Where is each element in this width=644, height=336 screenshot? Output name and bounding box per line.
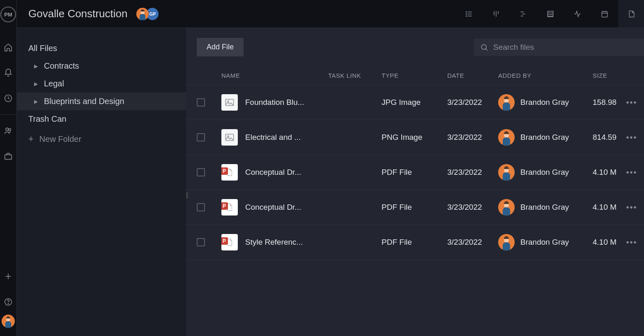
sidebar-folder-legal[interactable]: ▶ Legal (17, 75, 186, 93)
pdf-file-icon: P (221, 164, 238, 181)
bell-icon[interactable] (0, 65, 16, 81)
list-view-icon[interactable] (455, 0, 483, 28)
row-checkbox[interactable] (197, 203, 205, 211)
added-by-name: Brandon Gray (520, 168, 569, 177)
sidebar-folder-contracts[interactable]: ▶ Contracts (17, 57, 186, 75)
sidebar-all-files[interactable]: All Files (17, 39, 186, 57)
file-rows: Foundation Blu...JPG Image3/23/2022Brand… (186, 85, 644, 260)
row-more-icon[interactable]: ••• (626, 168, 638, 177)
calendar-view-icon[interactable] (591, 0, 618, 28)
divider (0, 114, 16, 115)
row-more-icon[interactable]: ••• (626, 98, 638, 107)
search-box[interactable] (474, 39, 644, 56)
file-date: 3/23/2022 (447, 98, 498, 107)
home-icon[interactable] (0, 39, 16, 55)
file-sidebar: All Files ▶ Contracts ▶ Legal ▶ Blueprin… (17, 28, 186, 336)
svg-point-15 (481, 44, 486, 49)
user-avatar-icon (498, 234, 515, 250)
file-name: Conceptual Dr... (245, 203, 301, 212)
file-type: JPG Image (382, 98, 447, 107)
added-by-name: Brandon Gray (520, 238, 569, 247)
file-size: 158.98 (593, 98, 626, 107)
add-file-button[interactable]: Add File (197, 38, 244, 56)
col-added[interactable]: ADDED BY (498, 72, 593, 79)
file-size: 4.10 M (593, 168, 626, 177)
table-row[interactable]: PConceptual Dr...PDF File3/23/2022Brando… (186, 190, 644, 225)
topbar: Govalle Construction GP (17, 0, 644, 28)
gantt-view-icon[interactable] (510, 0, 537, 28)
search-icon (480, 43, 488, 51)
file-size: 814.59 (593, 133, 626, 142)
caret-icon: ▶ (34, 81, 41, 87)
sidebar-item-label: Contracts (44, 61, 79, 71)
caret-icon: ▶ (34, 99, 41, 104)
svg-point-12 (466, 16, 467, 16)
col-type[interactable]: TYPE (382, 72, 447, 79)
svg-point-10 (466, 12, 467, 12)
file-name: Style Referenc... (245, 238, 303, 247)
caret-icon: ▶ (34, 63, 41, 69)
table-header: NAME TASK LINK TYPE DATE ADDED BY SIZE (186, 66, 644, 85)
clock-icon[interactable] (0, 90, 16, 106)
col-name[interactable]: NAME (221, 72, 328, 79)
plus-icon: + (28, 134, 34, 144)
row-more-icon[interactable]: ••• (626, 238, 638, 247)
new-folder-label: New Folder (39, 134, 81, 144)
pdf-file-icon: P (221, 234, 238, 250)
pdf-file-icon: P (221, 199, 238, 216)
briefcase-icon[interactable] (0, 148, 16, 164)
file-toolbar: Add File (186, 28, 644, 66)
row-checkbox[interactable] (197, 133, 205, 141)
sheet-view-icon[interactable] (537, 0, 564, 28)
file-date: 3/23/2022 (447, 203, 498, 212)
app-logo[interactable]: PM (0, 7, 16, 22)
col-size[interactable]: SIZE (593, 72, 626, 79)
sidebar-item-label: Trash Can (28, 114, 67, 124)
row-checkbox[interactable] (197, 98, 205, 107)
file-size: 4.10 M (593, 203, 626, 212)
image-file-icon (221, 129, 238, 146)
image-file-icon (221, 94, 238, 111)
col-date[interactable]: DATE (447, 72, 498, 79)
nav-rail: PM (0, 0, 17, 336)
svg-point-11 (466, 14, 467, 14)
help-icon[interactable] (0, 294, 16, 310)
row-checkbox[interactable] (197, 168, 205, 176)
files-view-icon[interactable] (618, 0, 644, 28)
table-row[interactable]: Foundation Blu...JPG Image3/23/2022Brand… (186, 85, 644, 120)
file-type: PDF File (382, 203, 447, 212)
user-avatar[interactable] (2, 315, 15, 328)
file-size: 4.10 M (593, 238, 626, 247)
svg-rect-13 (547, 11, 553, 16)
row-more-icon[interactable]: ••• (626, 203, 638, 212)
project-members[interactable]: GP (139, 8, 159, 20)
board-view-icon[interactable] (483, 0, 510, 28)
user-avatar-icon (498, 164, 515, 181)
new-folder-button[interactable]: + New Folder (17, 128, 186, 150)
table-row[interactable]: PConceptual Dr...PDF File3/23/2022Brando… (186, 155, 644, 190)
team-icon[interactable] (0, 123, 16, 139)
table-row[interactable]: PStyle Referenc...PDF File3/23/2022Brand… (186, 225, 644, 260)
user-avatar-icon (498, 129, 515, 146)
file-name: Conceptual Dr... (245, 168, 301, 177)
file-type: PDF File (382, 238, 447, 247)
row-checkbox[interactable] (197, 238, 205, 246)
file-name: Electrical and ... (245, 133, 301, 142)
main-area: Govalle Construction GP (17, 0, 644, 336)
svg-point-2 (9, 129, 11, 131)
file-panel: Add File NAME TASK LINK TYPE DATE ADDED … (186, 28, 644, 336)
file-date: 3/23/2022 (447, 133, 498, 142)
plus-icon[interactable] (0, 269, 16, 284)
file-type: PNG Image (382, 133, 447, 142)
col-task[interactable]: TASK LINK (328, 72, 382, 79)
activity-view-icon[interactable] (564, 0, 591, 28)
svg-point-1 (6, 128, 8, 130)
sidebar-trash[interactable]: Trash Can (17, 110, 186, 128)
row-more-icon[interactable]: ••• (626, 133, 638, 142)
page-title: Govalle Construction (28, 7, 127, 20)
search-input[interactable] (493, 43, 639, 52)
sidebar-folder-blueprints[interactable]: ▶ Blueprints and Design (17, 93, 186, 110)
file-date: 3/23/2022 (447, 168, 498, 177)
table-row[interactable]: Electrical and ...PNG Image3/23/2022Bran… (186, 120, 644, 155)
resize-handle[interactable]: ••• (186, 192, 188, 199)
